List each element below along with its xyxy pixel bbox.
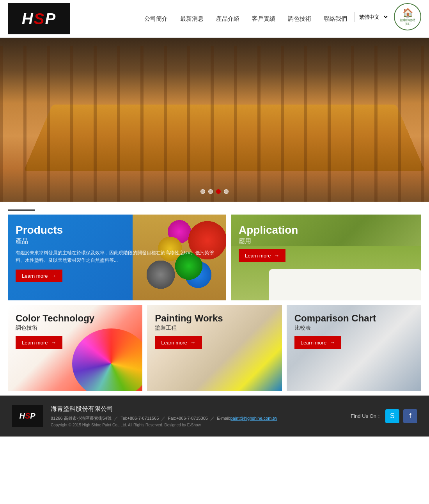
painting-content: Painting Works 塗裝工程 Learn more → — [155, 313, 274, 349]
products-btn-label: Learn more — [22, 273, 48, 279]
skype-icon[interactable]: S — [385, 409, 399, 423]
logo[interactable]: HSP — [8, 3, 70, 34]
footer-contact: 81266 高雄市小港區長素街54號 ／ Tel:+886-7-8711565 … — [51, 415, 343, 421]
application-content: Application 應用 Learn more → — [239, 224, 413, 262]
color-tech-content: Color Technology 調色技術 Learn more → — [16, 313, 135, 349]
nav-color[interactable]: 調色技術 — [288, 15, 311, 23]
products-content: Products 產品 有鑑於未來塗料發展的主軸在於環保及效率，因此現階段的開發… — [16, 224, 218, 282]
painting-btn-arrow: → — [190, 339, 196, 346]
painting-title-en: Painting Works — [155, 313, 274, 324]
comparison-content: Comparison Chart 比較表 Learn more → — [294, 313, 413, 349]
products-learn-more[interactable]: Learn more → — [16, 270, 62, 282]
badge-label2: (E1) — [404, 22, 410, 26]
products-title-zh: 產品 — [16, 237, 218, 245]
application-card: Application 應用 Learn more → — [231, 215, 421, 300]
bottom-cards-row: Color Technology 調色技術 Learn more → Paint… — [0, 305, 429, 391]
footer-address: 81266 高雄市小港區長素街54號 — [51, 416, 112, 421]
painting-btn-label: Learn more — [161, 340, 187, 346]
divider-line — [8, 209, 35, 211]
green-building-badge: 🏠 健康綠建材 (E1) — [394, 3, 421, 30]
badge-label1: 健康綠建材 — [400, 18, 415, 22]
dot-3[interactable] — [216, 189, 221, 194]
nav-about[interactable]: 公司簡介 — [144, 15, 168, 23]
application-title-zh: 應用 — [239, 237, 413, 245]
footer-info: 海青塗科股份有限公司 81266 高雄市小港區長素街54號 ／ Tel:+886… — [51, 405, 343, 427]
comparison-btn-arrow: → — [330, 339, 335, 346]
facebook-icon[interactable]: f — [403, 409, 417, 423]
comparison-title-zh: 比較表 — [294, 325, 413, 332]
footer-email: E-mail:paint@highshine.com.tw — [217, 416, 277, 421]
products-card: Products 產品 有鑑於未來塗料發展的主軸在於環保及效率，因此現階段的開發… — [8, 215, 226, 300]
hero-scene — [0, 38, 429, 202]
dot-1[interactable] — [200, 189, 205, 194]
dot-4[interactable] — [224, 189, 229, 194]
color-tech-title-zh: 調色技術 — [16, 325, 135, 332]
footer-social: Find Us On： S f — [351, 409, 417, 423]
footer-logo: HSP — [12, 405, 43, 427]
comparison-btn-label: Learn more — [301, 340, 326, 346]
header-right: 繁體中文 🏠 健康綠建材 (E1) — [354, 3, 421, 30]
dot-2[interactable] — [208, 189, 213, 194]
color-tech-card: Color Technology 調色技術 Learn more → — [8, 305, 142, 391]
painting-card: Painting Works 塗裝工程 Learn more → — [147, 305, 282, 391]
products-title-en: Products — [16, 224, 218, 236]
footer-logo-text: HSP — [19, 412, 35, 421]
application-title-en: Application — [239, 224, 413, 236]
color-tech-btn-label: Learn more — [22, 340, 48, 346]
application-learn-more[interactable]: Learn more → — [239, 249, 285, 262]
top-cards-row: Products 產品 有鑑於未來塗料發展的主軸在於環保及效率，因此現階段的開發… — [0, 215, 429, 300]
application-btn-arrow: → — [274, 252, 279, 259]
painting-learn-more[interactable]: Learn more → — [155, 336, 202, 349]
comparison-learn-more[interactable]: Learn more → — [294, 336, 341, 349]
footer-email-link[interactable]: paint@highshine.com.tw — [230, 416, 277, 421]
badge-icon: 🏠 — [402, 8, 413, 18]
painting-title-zh: 塗裝工程 — [155, 325, 274, 332]
divider-section — [0, 202, 429, 215]
color-tech-learn-more[interactable]: Learn more → — [16, 336, 62, 349]
slider-dots — [200, 189, 229, 194]
color-tech-title-en: Color Technology — [16, 313, 135, 324]
header: HSP 公司簡介 最新消息 產品介紹 客戶實績 調色技術 聯絡我們 繁體中文 🏠… — [0, 0, 429, 38]
comparison-title-en: Comparison Chart — [294, 313, 413, 324]
nav-products[interactable]: 產品介紹 — [216, 15, 239, 23]
hero-slider — [0, 38, 429, 202]
footer: HSP 海青塗科股份有限公司 81266 高雄市小港區長素街54號 ／ Tel:… — [0, 396, 429, 437]
footer-company-name: 海青塗科股份有限公司 — [51, 405, 343, 413]
application-btn-label: Learn more — [245, 253, 271, 259]
footer-fax: Fax:+886-7-8715305 — [168, 416, 208, 421]
footer-copyright: Copyright © 2015 High Shine Paint Co., L… — [51, 423, 343, 427]
products-description: 有鑑於未來塗料發展的主軸在於環保及效率，因此現階段的開發目標在於高物性之UV、低… — [16, 249, 218, 264]
footer-social-label: Find Us On： — [351, 413, 381, 420]
language-selector[interactable]: 繁體中文 — [354, 12, 389, 22]
nav-contact[interactable]: 聯絡我們 — [324, 15, 347, 23]
comparison-card: Comparison Chart 比較表 Learn more → — [287, 305, 421, 391]
logo-text: HSP — [22, 10, 56, 28]
products-btn-arrow: → — [51, 273, 56, 279]
color-tech-btn-arrow: → — [51, 339, 56, 346]
nav-clients[interactable]: 客戶實績 — [252, 15, 275, 23]
nav-news[interactable]: 最新消息 — [180, 15, 204, 23]
footer-tel: Tel:+886-7-8711565 — [121, 416, 159, 421]
